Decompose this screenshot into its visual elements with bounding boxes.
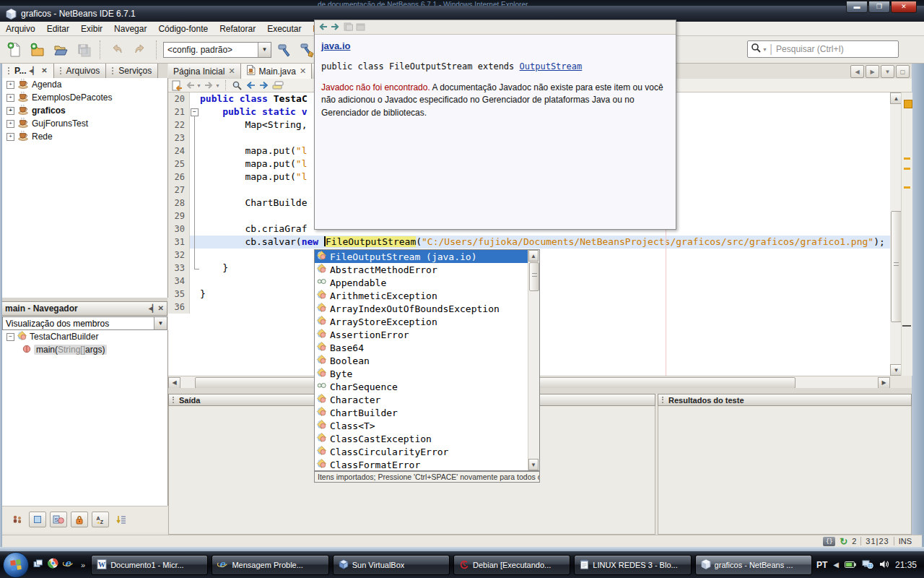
left-panel-tab-arquivos[interactable]: Arquivos: [54, 64, 107, 78]
taskbar-button-debian[interactable]: Debian [Executando...: [453, 555, 570, 575]
package-link[interactable]: java.io: [321, 40, 350, 51]
code-line-31[interactable]: 31cb.salvar(new FileOutputStream("C:/Use…: [168, 236, 890, 249]
taskbar-button-netbeans[interactable]: graficos - NetBeans ...: [695, 555, 812, 575]
line-number[interactable]: 31: [168, 236, 190, 249]
undo-button[interactable]: [107, 40, 127, 60]
find-selection-button[interactable]: [232, 80, 243, 90]
background-scan-icon[interactable]: ↻: [840, 537, 847, 546]
redo-button[interactable]: [130, 40, 150, 60]
language-indicator[interactable]: PT: [816, 560, 827, 570]
quick-launch-overflow-chevron[interactable]: »: [81, 561, 85, 569]
completion-item[interactable]: AssertionError: [315, 328, 528, 341]
quick-search-box[interactable]: ▼ |: [747, 40, 899, 58]
line-number[interactable]: 30: [168, 223, 190, 236]
toggle-highlight-button[interactable]: [272, 80, 284, 90]
completion-item[interactable]: Byte: [315, 367, 528, 380]
left-panel-tab-servios[interactable]: Serviços: [106, 64, 158, 78]
line-number[interactable]: 26: [168, 171, 190, 184]
start-button[interactable]: [3, 552, 29, 578]
next-occurrence-button[interactable]: [258, 80, 270, 90]
taskbar-button-virtualbox[interactable]: Sun VirtualBox: [333, 555, 450, 575]
close-panel-icon[interactable]: ✕: [158, 305, 164, 312]
completion-item[interactable]: ChartBuilder: [315, 406, 528, 419]
taskbar-button-notepad[interactable]: LINUX REDES 3 - Blo...: [574, 555, 691, 575]
expand-icon[interactable]: +: [6, 133, 14, 141]
last-edit-position-button[interactable]: [171, 80, 183, 91]
close-tab-icon[interactable]: ✕: [300, 67, 306, 75]
left-panel-tab-p[interactable]: P...◂▏✕: [2, 64, 54, 78]
editor-tab-pginainicial[interactable]: Página Inicial✕: [168, 64, 241, 79]
project-node-rede[interactable]: +Rede: [2, 130, 167, 143]
javadoc-forward-icon[interactable]: [331, 21, 341, 34]
expand-icon[interactable]: +: [6, 107, 14, 115]
volume-icon[interactable]: [879, 558, 889, 571]
menu-item-cdigofonte[interactable]: Código-fonte: [152, 22, 214, 35]
completion-item[interactable]: CharSequence: [315, 380, 528, 393]
warning-mark[interactable]: [904, 186, 910, 189]
battery-icon[interactable]: [845, 558, 856, 571]
line-number[interactable]: 28: [168, 197, 190, 210]
menu-item-arquivo[interactable]: Arquivo: [0, 22, 41, 35]
line-number[interactable]: 35: [168, 288, 190, 301]
expand-icon[interactable]: +: [6, 81, 14, 89]
chrome-icon[interactable]: [48, 558, 58, 571]
completion-item[interactable]: AbstractMethodError: [315, 263, 528, 276]
completion-item[interactable]: ClassFormatError: [315, 458, 528, 470]
minimize-panel-icon[interactable]: ◂▏: [29, 67, 38, 74]
completion-item[interactable]: Character: [315, 393, 528, 406]
menu-item-editar[interactable]: Editar: [41, 22, 75, 35]
line-number[interactable]: 33: [168, 262, 190, 275]
scroll-tabs-left-icon[interactable]: ◀: [850, 65, 864, 78]
line-number[interactable]: 23: [168, 131, 190, 144]
close-tab-icon[interactable]: ✕: [228, 67, 235, 75]
expand-icon[interactable]: +: [6, 94, 14, 102]
completion-item[interactable]: ClassCastException: [315, 432, 528, 445]
network-icon[interactable]: [862, 558, 873, 571]
collapse-icon[interactable]: −: [6, 333, 14, 341]
completion-item[interactable]: Base64: [315, 341, 528, 354]
warning-summary-mark[interactable]: [904, 100, 912, 108]
navigate-back-button[interactable]: ▼: [185, 80, 201, 90]
taskbar-button-word[interactable]: WDocumento1 - Micr...: [91, 555, 208, 575]
test-results-header[interactable]: Resultados do teste: [658, 394, 912, 406]
line-number[interactable]: 32: [168, 249, 190, 262]
editor-tab-mainjava[interactable]: Main.java✕: [241, 64, 313, 79]
navigator-class-row[interactable]: − TestaChartBuilder: [2, 330, 167, 343]
line-number[interactable]: 21: [168, 105, 190, 118]
line-number[interactable]: 24: [168, 144, 190, 158]
error-stripe[interactable]: [901, 92, 912, 376]
line-number[interactable]: 20: [168, 92, 190, 105]
search-input[interactable]: [775, 43, 895, 55]
show-documentation-icon[interactable]: [344, 21, 353, 34]
clock[interactable]: 21:35: [895, 560, 917, 570]
scroll-right-icon[interactable]: ▶: [878, 377, 890, 389]
previous-occurrence-button[interactable]: [245, 80, 256, 90]
minimize-panel-icon[interactable]: ◂▏: [149, 305, 158, 312]
show-desktop-icon[interactable]: [33, 558, 43, 571]
javadoc-back-icon[interactable]: [318, 21, 328, 34]
completion-item[interactable]: FileOutputStream (java.io): [315, 250, 528, 263]
superclass-link[interactable]: OutputStream: [520, 61, 583, 72]
minimize-button[interactable]: ▬: [846, 1, 868, 13]
navigator-header[interactable]: main - Navegador ◂▏ ✕: [2, 301, 167, 316]
taskbar-button-ie[interactable]: eMensagem Proble...: [212, 555, 328, 575]
project-node-exemplosdepacotes[interactable]: +ExemplosDePacotes: [2, 91, 167, 104]
scroll-down-icon[interactable]: ▼: [528, 459, 539, 470]
line-number[interactable]: 29: [168, 210, 190, 223]
line-number[interactable]: 25: [168, 158, 190, 171]
maximize-button[interactable]: ❐: [868, 1, 890, 13]
menu-item-exibir[interactable]: Exibir: [75, 22, 108, 35]
show-fields-toggle[interactable]: [29, 512, 46, 527]
completion-item[interactable]: Appendable: [315, 276, 528, 289]
line-number[interactable]: 34: [168, 275, 190, 288]
editor-mode-icon[interactable]: {}: [823, 537, 835, 546]
scroll-tabs-right-icon[interactable]: ▶: [866, 65, 879, 78]
tray-expand-chevron[interactable]: ◀: [833, 561, 839, 569]
warning-mark[interactable]: [904, 168, 910, 170]
completion-item[interactable]: ClassCircularityError: [315, 445, 528, 458]
completion-scrollbar[interactable]: ▲ ▼: [528, 250, 539, 470]
menu-item-navegar[interactable]: Navegar: [108, 22, 152, 35]
sort-alphabetically-toggle[interactable]: AZ: [92, 512, 109, 527]
scroll-up-icon[interactable]: ▲: [528, 250, 539, 262]
search-icon[interactable]: [751, 43, 762, 56]
